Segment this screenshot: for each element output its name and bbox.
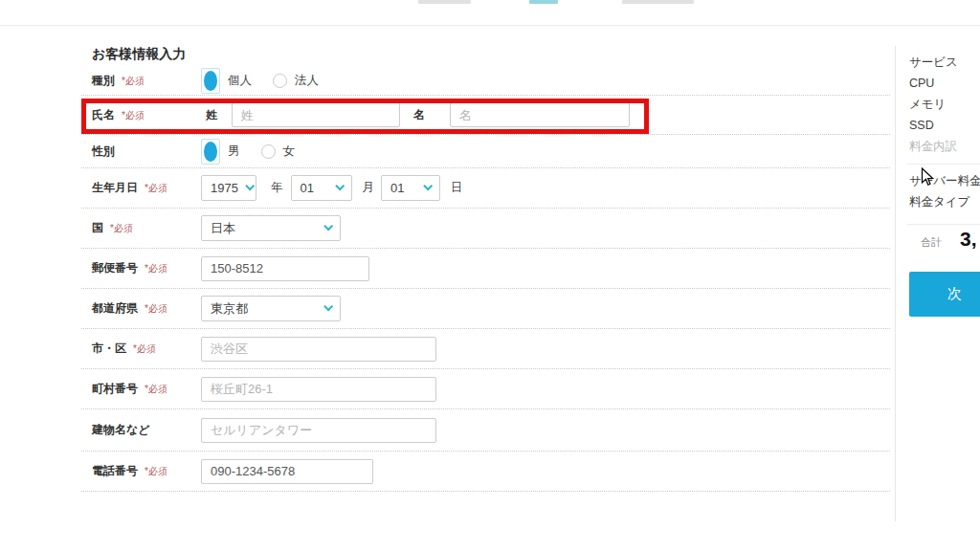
- summary-item-service: サービス: [909, 52, 980, 73]
- required-badge: *必須: [133, 342, 156, 356]
- birth-year-select[interactable]: 1975: [201, 175, 256, 201]
- sidebar-section-divider: [907, 164, 980, 165]
- name-label: 氏名: [92, 107, 115, 123]
- type-label: 種別: [92, 73, 115, 89]
- city-input[interactable]: [201, 337, 436, 362]
- street-label: 町村番号: [92, 381, 138, 397]
- chevron-down-icon: [323, 221, 333, 231]
- summary-item-server-fee: サーバー料金: [909, 170, 980, 191]
- wizard-steps-bar-cutoff: [0, 0, 980, 26]
- form-row-street: 町村番号 *必須: [81, 369, 890, 409]
- next-button[interactable]: 次: [909, 272, 980, 317]
- radio-female-label[interactable]: 女: [283, 143, 296, 160]
- total-label: 合計: [921, 235, 942, 250]
- first-name-input[interactable]: [450, 102, 630, 127]
- phone-input[interactable]: [201, 459, 373, 484]
- summary-item-memory: メモリ: [909, 94, 980, 115]
- phone-label: 電話番号: [92, 463, 138, 479]
- radio-corporate[interactable]: [273, 74, 287, 88]
- required-badge: *必須: [145, 465, 167, 478]
- required-badge: *必須: [110, 222, 133, 235]
- required-badge: *必須: [145, 262, 167, 276]
- building-input[interactable]: [201, 418, 436, 443]
- step-fragment: [622, 0, 694, 4]
- customer-info-form: お客様情報入力 種別 *必須 個人 法人 氏名 *必須 姓 名 性別: [81, 38, 890, 492]
- gender-label: 性別: [92, 143, 115, 160]
- radio-male[interactable]: [201, 139, 220, 165]
- radio-individual-label[interactable]: 個人: [228, 73, 252, 89]
- form-row-country: 国 *必須 日本: [81, 209, 890, 249]
- day-unit: 日: [451, 180, 463, 196]
- page-title: お客様情報入力: [81, 38, 890, 67]
- step-fragment: [418, 0, 471, 4]
- form-row-name: 氏名 *必須 姓 名: [81, 96, 890, 135]
- form-row-building: 建物名など: [81, 409, 890, 452]
- last-name-sublabel: 姓: [206, 107, 217, 123]
- sidebar-divider: [895, 46, 896, 521]
- step-fragment-active: [529, 0, 558, 4]
- radio-male-label[interactable]: 男: [228, 143, 240, 160]
- street-input[interactable]: [201, 377, 436, 402]
- country-label: 国: [92, 220, 103, 236]
- form-row-type: 種別 *必須 個人 法人: [81, 67, 890, 96]
- summary-item-fee-type: 料金タイプ: [909, 191, 980, 212]
- building-label: 建物名など: [92, 422, 150, 438]
- birth-day-select[interactable]: 01: [381, 175, 440, 201]
- year-unit: 年: [271, 180, 283, 196]
- postal-code-label: 郵便番号: [92, 260, 138, 276]
- required-badge: *必須: [122, 75, 145, 88]
- chevron-down-icon: [245, 181, 255, 190]
- country-select[interactable]: 日本: [201, 215, 341, 241]
- radio-individual[interactable]: [201, 68, 220, 94]
- form-row-city: 市・区 *必須: [81, 329, 890, 369]
- last-name-input[interactable]: [232, 102, 400, 127]
- form-row-phone: 電話番号 *必須: [81, 452, 890, 492]
- order-summary-sidebar: サービス CPU メモリ SSD 料金内訳 サーバー料金 料金タイプ: [909, 52, 980, 231]
- chevron-down-icon: [423, 181, 433, 190]
- total-value: 3,: [960, 228, 977, 251]
- city-label: 市・区: [92, 341, 126, 357]
- radio-female[interactable]: [261, 144, 276, 159]
- birthdate-label: 生年月日: [92, 180, 138, 196]
- form-row-prefecture: 都道府県 *必須 東京都: [81, 289, 890, 329]
- prefecture-label: 都道府県: [92, 300, 138, 317]
- birth-month-select[interactable]: 01: [291, 175, 352, 201]
- form-row-gender: 性別 男 女: [81, 135, 890, 168]
- summary-item-cpu: CPU: [909, 73, 980, 94]
- month-unit: 月: [363, 180, 375, 196]
- form-row-postal-code: 郵便番号 *必須: [81, 249, 890, 289]
- sidebar-section-divider: [907, 224, 980, 225]
- summary-item-ssd: SSD: [909, 115, 980, 136]
- prefecture-select[interactable]: 東京都: [201, 296, 341, 321]
- required-badge: *必須: [145, 182, 167, 195]
- form-row-birthdate: 生年月日 *必須 1975 年 01 月 01 日: [81, 168, 890, 209]
- chevron-down-icon: [323, 301, 333, 311]
- summary-item-fee-breakdown: 料金内訳: [909, 136, 980, 157]
- required-badge: *必須: [145, 302, 167, 316]
- postal-code-input[interactable]: [201, 256, 369, 281]
- radio-corporate-label[interactable]: 法人: [295, 73, 319, 89]
- first-name-sublabel: 名: [413, 107, 425, 123]
- required-badge: *必須: [122, 109, 145, 122]
- chevron-down-icon: [335, 181, 345, 190]
- required-badge: *必須: [145, 383, 167, 396]
